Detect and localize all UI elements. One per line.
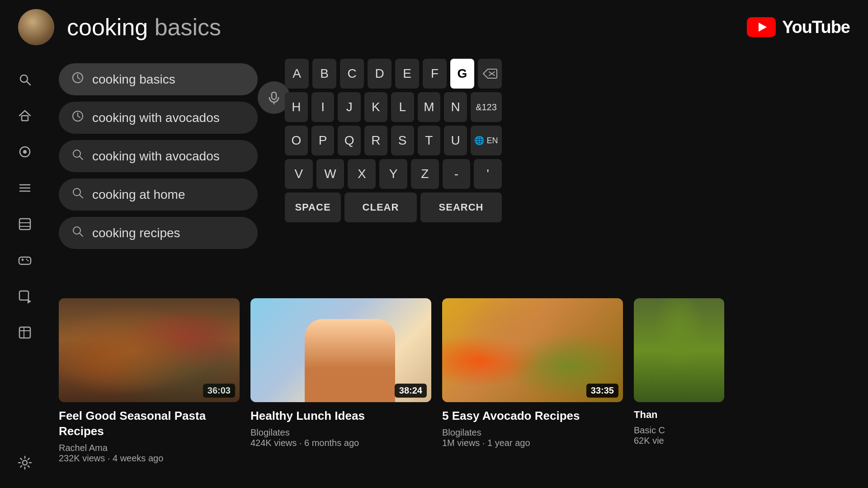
search-icon-4 [71,187,84,202]
key-N[interactable]: N [444,92,467,122]
video-channel-1: Rachel Ama [59,443,108,453]
video-meta-3: Blogilates 1M views · 1 year ago [442,427,623,448]
key-H[interactable]: H [285,92,308,122]
sidebar-item-settings[interactable] [13,451,37,474]
key-X[interactable]: X [348,159,376,189]
suggestion-cooking-at-home[interactable]: cooking at home [59,178,258,211]
key-B[interactable]: B [312,59,336,89]
video-duration-3: 33:35 [586,384,618,398]
suggestion-text-1: cooking basics [92,72,175,87]
svg-rect-18 [19,291,28,300]
key-backspace[interactable] [478,59,502,89]
key-search[interactable]: SEARCH [420,192,502,222]
video-meta-4: Basic C 62K vie [634,425,724,446]
svg-line-29 [80,195,83,198]
video-thumbnail-4 [634,298,724,402]
sidebar-item-history[interactable] [13,321,37,344]
key-O[interactable]: O [285,126,308,155]
key-K[interactable]: K [364,92,387,122]
key-V[interactable]: V [285,159,313,189]
video-views-3: 1M views [442,438,480,448]
key-M[interactable]: M [418,92,441,122]
video-meta-2: Blogilates 424K views · 6 months ago [250,427,431,448]
sidebar-item-queue[interactable] [13,285,37,308]
video-thumbnail-2: 38:24 [250,298,431,402]
youtube-text: YouTube [782,18,850,37]
suggestion-text-2: cooking with avocados [92,111,220,125]
key-W[interactable]: W [316,159,344,189]
svg-point-23 [23,460,27,465]
sidebar-item-search[interactable] [13,68,37,91]
video-card-2[interactable]: 38:24 Healthy Lunch Ideas Blogilates 424… [250,298,431,448]
key-Z[interactable]: Z [411,159,439,189]
search-icon-5 [71,225,84,241]
key-S[interactable]: S [391,126,414,155]
keyboard-row-4: V W X Y Z - ' [285,159,502,189]
search-icon-3 [71,148,84,164]
key-C[interactable]: C [340,59,364,89]
keyboard-row-1: A B C D E F G [285,59,502,89]
key-language[interactable]: 🌐 EN [471,126,502,155]
key-F[interactable]: F [423,59,447,89]
video-title-1: Feel Good Seasonal Pasta Recipes [59,408,240,439]
video-card-3[interactable]: 33:35 5 Easy Avocado Recipes Blogilates … [442,298,623,448]
sidebar-item-subscriptions[interactable] [13,176,37,200]
suggestion-text-5: cooking recipes [92,226,180,240]
key-P[interactable]: P [311,126,335,155]
search-query: cooking basics [67,14,221,41]
key-G[interactable]: G [450,59,474,89]
key-T[interactable]: T [418,126,441,155]
suggestion-cooking-with-avocados-2[interactable]: cooking with avocados [59,140,258,172]
sidebar [0,54,50,488]
sidebar-item-home[interactable] [13,104,37,127]
key-U[interactable]: U [444,126,467,155]
svg-line-31 [80,233,83,236]
key-D[interactable]: D [368,59,392,89]
video-duration-2: 38:24 [395,384,427,398]
history-icon-2 [71,110,84,126]
video-duration-1: 36:03 [203,384,235,398]
suggestion-text-3: cooking with avocados [92,149,220,164]
key-E[interactable]: E [395,59,419,89]
key-Y[interactable]: Y [379,159,407,189]
youtube-logo: YouTube [747,17,850,37]
suggestions-panel: cooking basics cooking with avocados coo… [59,63,258,249]
key-I[interactable]: I [311,92,335,122]
video-meta-1: Rachel Ama 232K views · 4 weeks ago [59,443,240,464]
key-Q[interactable]: Q [338,126,361,155]
video-thumbnail-3: 33:35 [442,298,623,402]
video-card-1[interactable]: 36:03 Feel Good Seasonal Pasta Recipes R… [59,298,240,464]
video-age-3: 1 year ago [487,438,530,448]
suggestion-cooking-recipes[interactable]: cooking recipes [59,217,258,249]
video-title-4: Than [634,408,724,422]
video-channel-4: Basic C [634,425,665,435]
key-L[interactable]: L [391,92,414,122]
search-light: basics [155,14,221,40]
video-channel-3: Blogilates [442,427,481,437]
sidebar-item-gaming[interactable] [13,249,37,272]
sidebar-item-library[interactable] [13,212,37,236]
key-A[interactable]: A [285,59,309,89]
key-J[interactable]: J [338,92,361,122]
keyboard-bottom-row: SPACE CLEAR SEARCH [285,192,502,222]
key-space[interactable]: SPACE [285,192,341,222]
video-thumbnail-1: 36:03 [59,298,240,402]
video-age-2: 6 months ago [304,438,359,448]
svg-line-3 [27,81,30,85]
keyboard-row-2: H I J K L M N &123 [285,92,502,122]
svg-rect-4 [22,116,28,121]
video-views-2: 424K views [250,438,297,448]
key-R[interactable]: R [364,126,387,155]
video-views-1: 232K views [59,453,105,463]
suggestion-cooking-basics[interactable]: cooking basics [59,63,258,95]
search-bold: cooking [67,14,155,40]
sidebar-item-explore[interactable] [13,140,37,164]
keyboard-panel: A B C D E F G H I J K L M N &123 O P Q [285,59,502,222]
key-apostrophe[interactable]: ' [474,159,502,189]
key-dash[interactable]: - [443,159,471,189]
avatar [18,9,54,45]
key-numbers[interactable]: &123 [471,92,502,122]
key-clear[interactable]: CLEAR [344,192,417,222]
video-card-4-partial[interactable]: Than Basic C 62K vie [634,298,724,446]
suggestion-cooking-with-avocados-1[interactable]: cooking with avocados [59,102,258,134]
